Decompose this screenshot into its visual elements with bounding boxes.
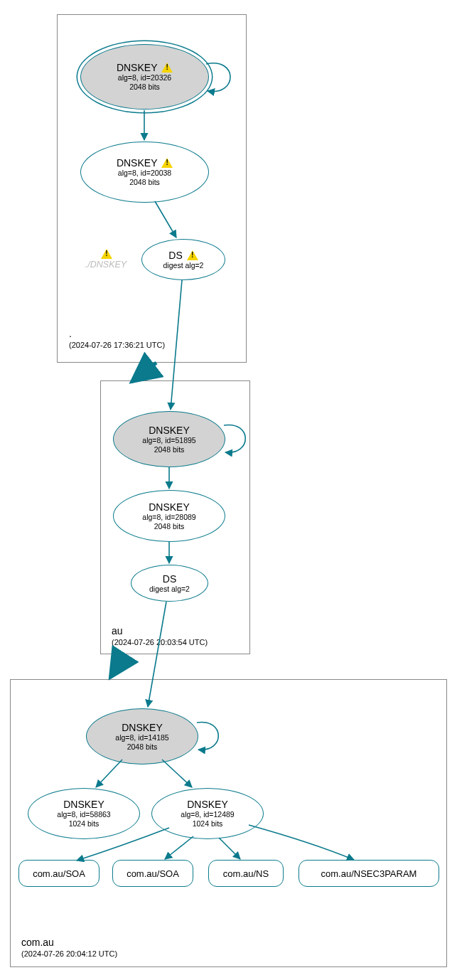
node-sub2: 1024 bits (69, 819, 100, 829)
node-sub1: alg=8, id=14185 (115, 733, 168, 742)
warning-icon (101, 249, 112, 259)
node-sub1: alg=8, id=20038 (118, 169, 171, 178)
node-sub1: alg=8, id=58863 (57, 810, 110, 819)
node-title: DNSKEY (63, 799, 104, 810)
node-title: DNSKEY (117, 157, 157, 169)
node-sub1: alg=8, id=20326 (118, 73, 171, 82)
au-dnskey-ksk[interactable]: DNSKEY alg=8, id=51895 2048 bits (113, 411, 225, 467)
warning-icon (187, 250, 198, 260)
node-sub1: alg=8, id=12489 (181, 810, 234, 819)
comau-rr-ns[interactable]: com.au/NS (208, 860, 284, 887)
node-sub2: 2048 bits (129, 82, 160, 92)
node-title: DNSKEY (187, 799, 228, 810)
comau-dnskey-ksk[interactable]: DNSKEY alg=8, id=14185 2048 bits (86, 708, 198, 765)
comau-rr-soa-2[interactable]: com.au/SOA (112, 860, 193, 887)
node-sub2: 1024 bits (193, 819, 223, 829)
comau-dnskey-zsk-1[interactable]: DNSKEY alg=8, id=58863 1024 bits (28, 788, 140, 839)
root-ghost-dnskey: ./DNSKEY (77, 249, 134, 270)
node-sub1: alg=8, id=51895 (142, 436, 195, 445)
zone-root-label: . (2024-07-26 17:36:21 UTC) (69, 327, 165, 350)
node-sub1: alg=8, id=28089 (142, 513, 195, 522)
root-dnskey-ksk[interactable]: DNSKEY alg=8, id=20326 2048 bits (80, 44, 209, 110)
node-title: DNSKEY (122, 722, 163, 733)
node-title: DNSKEY (117, 62, 157, 73)
node-sub2: 2048 bits (127, 742, 158, 752)
node-title: DS (168, 250, 182, 261)
node-sub2: 2048 bits (129, 178, 160, 187)
warning-icon (161, 158, 173, 168)
comau-rr-nsec3param[interactable]: com.au/NSEC3PARAM (299, 860, 439, 887)
zone-au-label: au (2024-07-26 20:03:54 UTC) (112, 624, 208, 647)
node-sub1: digest alg=2 (149, 585, 190, 594)
node-title: DNSKEY (149, 425, 190, 436)
node-sub2: 2048 bits (154, 522, 185, 531)
node-title: DS (163, 573, 176, 585)
node-title: DNSKEY (149, 501, 190, 513)
zone-comau-label: com.au (2024-07-26 20:04:12 UTC) (21, 936, 117, 959)
node-sub1: digest alg=2 (163, 261, 204, 270)
node-sub2: 2048 bits (154, 445, 185, 454)
comau-rr-soa-1[interactable]: com.au/SOA (18, 860, 100, 887)
root-dnskey-zsk[interactable]: DNSKEY alg=8, id=20038 2048 bits (80, 142, 209, 203)
comau-dnskey-zsk-2[interactable]: DNSKEY alg=8, id=12489 1024 bits (151, 788, 264, 839)
au-ds[interactable]: DS digest alg=2 (131, 565, 208, 602)
root-ds[interactable]: DS digest alg=2 (141, 239, 225, 280)
au-dnskey-zsk[interactable]: DNSKEY alg=8, id=28089 2048 bits (113, 490, 225, 542)
warning-icon (161, 63, 173, 73)
